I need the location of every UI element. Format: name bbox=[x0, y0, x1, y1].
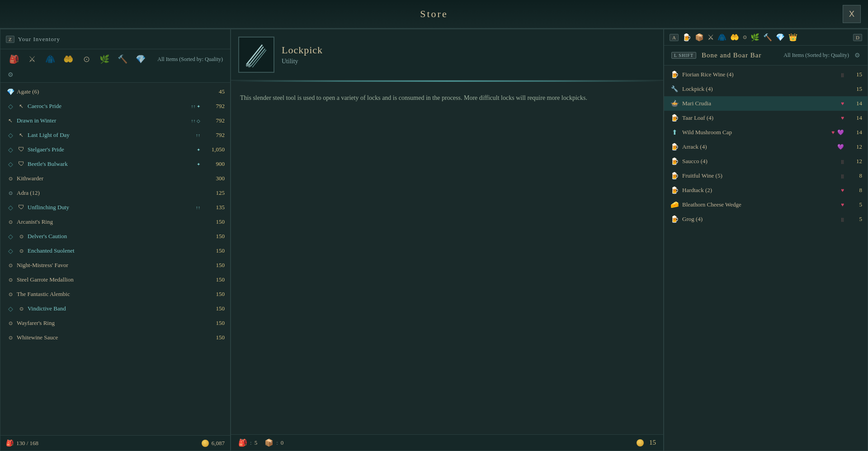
item-name: Delver's Caution bbox=[28, 233, 200, 240]
store-sort-icon[interactable]: ⚙ bbox=[854, 52, 860, 59]
list-item[interactable]: 🍺 Saucco (4) ||| 12 bbox=[664, 154, 868, 169]
store-potion-icon[interactable]: 🍺 bbox=[682, 33, 691, 42]
list-item[interactable]: 🔧 Lockpick (4) 15 bbox=[664, 82, 868, 96]
item-price: 150 bbox=[202, 218, 225, 226]
item-price: 792 bbox=[202, 117, 225, 124]
item-name: Enchanted Suolenet bbox=[28, 247, 200, 254]
list-item[interactable]: ⊙ Night-Mistress' Favor 150 bbox=[0, 258, 230, 272]
list-item[interactable]: 🍺 Arrack (4) 💜 12 bbox=[664, 140, 868, 154]
store-hammer-icon[interactable]: 🔨 bbox=[763, 33, 772, 42]
item-icon: ◇ bbox=[6, 102, 15, 111]
list-item[interactable]: ⊙ Kithwarder 300 bbox=[0, 171, 230, 186]
list-item[interactable]: 💎 Agate (6) 45 bbox=[0, 85, 230, 99]
item-icon: ⊙ bbox=[6, 217, 15, 226]
item-suffix-heart: ♥ bbox=[831, 129, 835, 136]
item-name: Caeroc's Pride bbox=[28, 103, 189, 110]
list-item[interactable]: ◇ ↖ Last Light of Day ↑↑ 792 bbox=[0, 128, 230, 142]
store-sword-icon[interactable]: ⚔ bbox=[708, 33, 714, 42]
close-button[interactable]: X bbox=[843, 5, 861, 23]
store-bag-icon[interactable]: 📦 bbox=[695, 33, 704, 42]
list-item[interactable]: 🍺 Fiorian Rice Wine (4) ||| 15 bbox=[664, 67, 868, 82]
store-nav-icon-d[interactable]: D bbox=[853, 34, 862, 41]
list-item[interactable]: ⊙ Wayfarer's Ring 150 bbox=[0, 316, 230, 330]
store-item-list: 🍺 Fiorian Rice Wine (4) ||| 15 🔧 Lockpic… bbox=[664, 66, 868, 451]
list-item[interactable]: ◇ 🛡 Beetle's Bulwark ✦ 900 bbox=[0, 157, 230, 171]
filter-gem-icon[interactable]: 💎 bbox=[134, 53, 147, 66]
store-gem-icon[interactable]: 💎 bbox=[776, 33, 785, 42]
list-item[interactable]: ◇ ⊙ Vindictive Band 150 bbox=[0, 301, 230, 316]
item-icon: ⊙ bbox=[6, 188, 15, 197]
filter-weapons-icon[interactable]: ⚔ bbox=[26, 53, 38, 66]
list-item[interactable]: ⊙ Whitewine Sauce 150 bbox=[0, 330, 230, 345]
item-icon: ⊙ bbox=[6, 319, 15, 328]
filter-armor-icon[interactable]: 🧥 bbox=[44, 53, 57, 66]
item-price: 14 bbox=[849, 100, 862, 107]
inventory-item-list: 💎 Agate (6) 45 ◇ ↖ Caeroc's Pride ↑↑ ✦ 7… bbox=[0, 83, 230, 435]
store-crown-icon[interactable]: 👑 bbox=[788, 33, 797, 42]
chest-icon: 📦 bbox=[264, 438, 274, 447]
store-armor-icon[interactable]: 🧥 bbox=[717, 33, 726, 42]
store-hand-icon[interactable]: 🤲 bbox=[730, 33, 739, 42]
item-icon: ◇ bbox=[6, 304, 15, 313]
item-price: 135 bbox=[202, 204, 225, 211]
item-price: 15 bbox=[849, 71, 862, 78]
item-name: Vindictive Band bbox=[28, 305, 200, 312]
list-item[interactable]: ◇ ⊙ Enchanted Suolenet 150 bbox=[0, 244, 230, 258]
list-item[interactable]: ◇ 🛡 Unflinching Duty ↑↑ 135 bbox=[0, 200, 230, 215]
item-price: 150 bbox=[202, 276, 225, 283]
item-quality: ↑↑ ◇ bbox=[191, 118, 201, 123]
list-item[interactable]: 🧀 Bleathorn Cheese Wedge ♥ 5 bbox=[664, 197, 868, 212]
gold-coin-icon bbox=[202, 440, 209, 447]
item-price: 45 bbox=[202, 88, 225, 95]
store-name: Bone and Boar Bar bbox=[702, 52, 761, 59]
item-price: 150 bbox=[202, 233, 225, 240]
filter-consumable-icon[interactable]: 🌿 bbox=[98, 53, 111, 66]
inventory-sort-icon[interactable]: ⚙ bbox=[8, 71, 14, 79]
item-name: Last Light of Day bbox=[28, 132, 193, 139]
stack-count: 5 bbox=[255, 439, 258, 446]
buy-price-info: 15 bbox=[637, 439, 656, 446]
item-detail-info: Lockpick Utility bbox=[282, 44, 323, 65]
list-item[interactable]: ⊙ Adra (12) 125 bbox=[0, 186, 230, 200]
filter-ring-icon[interactable]: ⊙ bbox=[80, 53, 93, 66]
inventory-footer: 🎒 130 / 168 6,087 bbox=[0, 435, 230, 451]
store-ring-icon[interactable]: ⊙ bbox=[743, 34, 747, 40]
item-sub-icon: ⊙ bbox=[17, 232, 26, 241]
item-price: 5 bbox=[849, 216, 862, 223]
item-detail-type: Utility bbox=[282, 58, 323, 65]
item-suffix: ||| bbox=[841, 72, 844, 77]
list-item[interactable]: 🍺 Grog (4) ||| 5 bbox=[664, 212, 868, 226]
item-sub-icon: ⊙ bbox=[17, 304, 26, 313]
item-icon: ⬆ bbox=[670, 127, 679, 137]
item-suffix: ||| bbox=[841, 173, 844, 179]
list-item[interactable]: ⬆ Wild Mushroom Cap ♥ 💜 14 bbox=[664, 125, 868, 140]
item-icon: ⊙ bbox=[6, 261, 15, 270]
list-item[interactable]: 🍲 Mari Crudia ♥ 14 bbox=[664, 96, 868, 111]
list-item[interactable]: ◇ ↖ Caeroc's Pride ↑↑ ✦ 792 bbox=[0, 99, 230, 113]
item-price: 900 bbox=[202, 160, 225, 168]
inventory-filter-label: All Items (Sorted by: Quality) bbox=[157, 56, 223, 63]
filter-crafting-icon[interactable]: 🔨 bbox=[116, 53, 129, 66]
filter-all-icon[interactable]: 🎒 bbox=[8, 53, 20, 66]
store-nav-icon-a[interactable]: A bbox=[670, 34, 679, 41]
item-icon: 🍺 bbox=[670, 156, 679, 166]
item-suffix: ♥ bbox=[841, 115, 844, 122]
item-suffix-purple: 💜 bbox=[837, 129, 844, 136]
item-name: Beetle's Bulwark bbox=[28, 160, 194, 168]
item-icon: 💎 bbox=[6, 87, 15, 96]
list-item[interactable]: 🍺 Taar Loaf (4) ♥ 14 bbox=[664, 111, 868, 125]
store-leaf-icon[interactable]: 🌿 bbox=[750, 33, 760, 42]
list-item[interactable]: ⊙ Steel Garrote Medallion 150 bbox=[0, 272, 230, 287]
item-price: 150 bbox=[202, 334, 225, 341]
list-item[interactable]: ↖ Drawn in Winter ↑↑ ◇ 792 bbox=[0, 113, 230, 128]
list-item[interactable]: 🍺 Hardtack (2) ♥ 8 bbox=[664, 183, 868, 197]
svg-rect-0 bbox=[241, 39, 272, 70]
list-item[interactable]: 🍺 Fruitful Wine (5) ||| 8 bbox=[664, 169, 868, 183]
list-item[interactable]: ◇ 🛡 Stelgaer's Pride ✦ 1,050 bbox=[0, 142, 230, 157]
list-item[interactable]: ⊙ Arcanist's Ring 150 bbox=[0, 215, 230, 229]
item-name: Saucco (4) bbox=[682, 158, 838, 165]
list-item[interactable]: ◇ ⊙ Delver's Caution 150 bbox=[0, 229, 230, 244]
filter-hands-icon[interactable]: 🤲 bbox=[62, 53, 75, 66]
item-detail-header: Lockpick Utility bbox=[231, 29, 663, 80]
list-item[interactable]: ⊙ The Fantastic Alembic 150 bbox=[0, 287, 230, 301]
